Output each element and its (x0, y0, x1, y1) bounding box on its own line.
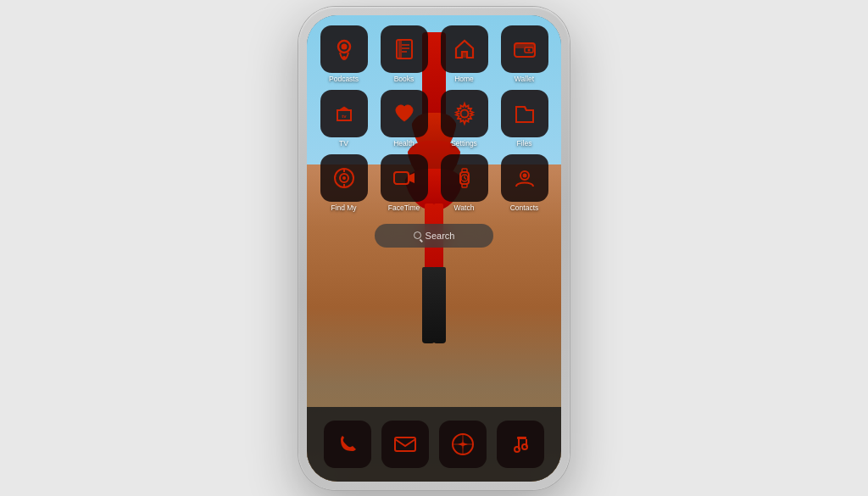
svg-rect-29 (395, 437, 415, 451)
dock-music[interactable] (497, 421, 544, 468)
app-findmy[interactable]: Find My (315, 154, 372, 212)
svg-text:tv: tv (342, 114, 347, 119)
app-tv[interactable]: tv TV (315, 90, 372, 148)
app-watch[interactable]: Watch (436, 154, 492, 212)
app-podcasts[interactable]: Podcasts (315, 25, 372, 83)
search-label: Search (426, 231, 455, 241)
svg-rect-25 (462, 169, 467, 172)
app-label-home: Home (454, 75, 474, 83)
app-label-books: Books (394, 75, 415, 83)
app-label-findmy: Find My (331, 203, 356, 212)
svg-rect-20 (394, 172, 409, 184)
svg-point-2 (342, 56, 346, 59)
dock-mail[interactable] (381, 421, 429, 468)
svg-point-37 (522, 444, 527, 449)
dock (307, 407, 561, 482)
app-label-tv: TV (339, 139, 348, 148)
svg-line-24 (465, 178, 466, 180)
phone-screen: Podcasts Books (307, 15, 561, 482)
svg-point-12 (527, 48, 530, 51)
app-label-watch: Watch (454, 203, 475, 212)
dock-phone[interactable] (324, 421, 371, 468)
app-home[interactable]: Home (436, 25, 492, 83)
app-books[interactable]: Books (376, 25, 432, 83)
search-icon (414, 231, 421, 239)
svg-point-1 (341, 43, 347, 49)
app-row-3: Find My FaceTime (312, 151, 556, 215)
app-row-2: tv TV Health (312, 86, 556, 151)
search-row: Search (312, 219, 556, 253)
app-settings[interactable]: Settings (436, 90, 492, 148)
app-label-health: Health (393, 139, 415, 148)
svg-rect-33 (517, 437, 526, 439)
app-label-podcasts: Podcasts (329, 75, 359, 83)
dock-safari[interactable] (439, 421, 487, 468)
svg-rect-8 (462, 52, 467, 58)
app-contacts[interactable]: Contacts (496, 154, 553, 212)
app-label-files: Files (517, 139, 532, 148)
svg-point-28 (522, 173, 526, 177)
app-facetime[interactable]: FaceTime (376, 154, 432, 212)
svg-point-36 (515, 447, 520, 452)
search-bar[interactable]: Search (375, 224, 493, 248)
phone-frame: Podcasts Books (298, 7, 570, 490)
app-label-contacts: Contacts (510, 203, 539, 212)
app-health[interactable]: Health (376, 90, 432, 148)
app-row-1: Podcasts Books (312, 22, 556, 86)
svg-point-14 (460, 109, 468, 117)
app-files[interactable]: Files (496, 90, 553, 148)
app-label-wallet: Wallet (515, 75, 534, 83)
svg-rect-26 (462, 184, 467, 187)
svg-rect-4 (398, 40, 402, 59)
app-label-facetime: FaceTime (388, 203, 420, 212)
app-wallet[interactable]: Wallet (496, 25, 553, 83)
app-label-settings: Settings (451, 139, 477, 148)
svg-point-17 (342, 176, 346, 180)
